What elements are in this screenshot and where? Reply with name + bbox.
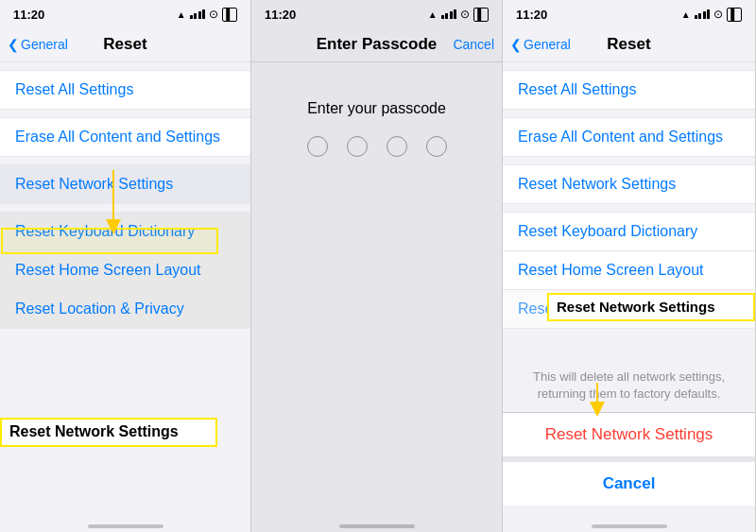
status-icons-3: ▲ ⊙ ▌	[681, 8, 742, 22]
settings-group-3-2: Erase All Content and Settings	[503, 117, 755, 157]
settings-group-3-3: Reset Network Settings	[503, 164, 755, 204]
status-bar-2: 11:20 ▲ ⊙ ▌	[251, 0, 502, 26]
time-2: 11:20	[265, 8, 296, 22]
wifi-icon-3: ⊙	[713, 8, 723, 21]
list-item[interactable]: Reset All Settings	[503, 70, 755, 110]
list-item[interactable]: Reset Home Screen Layout	[503, 251, 755, 290]
nav-title-2: Enter Passcode	[317, 35, 438, 54]
panel-1: 11:20 ▲ ⊙ ▌ ❮ General Reset Reset All Se…	[0, 0, 251, 532]
dot-2	[347, 136, 368, 157]
list-item[interactable]: Reset All Settings	[0, 70, 250, 110]
passcode-dots	[307, 136, 447, 157]
nav-bar-3: ❮ General Reset	[503, 26, 755, 62]
action-sheet-confirm-button[interactable]: Reset Network Settings	[503, 412, 755, 456]
signal-icon-1	[190, 9, 206, 19]
chevron-left-icon-1: ❮	[8, 37, 19, 52]
nav-bar-2: Enter Passcode Cancel	[251, 26, 502, 62]
time-1: 11:20	[13, 8, 44, 22]
back-button-1[interactable]: ❮ General	[8, 37, 68, 52]
battery-icon-2: ▌	[473, 8, 489, 22]
list-item[interactable]: Reset Network Settings	[503, 164, 755, 204]
status-bar-1: 11:20 ▲ ⊙ ▌	[0, 0, 250, 26]
signal-icon-2	[441, 9, 457, 19]
status-icons-2: ▲ ⊙ ▌	[428, 8, 489, 22]
list-item[interactable]: Erase All Content and Settings	[503, 117, 755, 157]
chevron-left-icon-3: ❮	[510, 37, 522, 52]
panel-2: 11:20 ▲ ⊙ ▌ Enter Passcode Cancel Enter …	[251, 0, 503, 532]
action-sheet-message: This will delete all network settings, r…	[503, 355, 755, 412]
home-indicator-1	[88, 524, 163, 528]
home-indicator-2	[339, 524, 415, 528]
list-item[interactable]: Reset Location & Privacy	[0, 290, 250, 329]
bottom-bar-3	[503, 506, 755, 532]
location-icon-2: ▲	[428, 9, 438, 20]
list-item[interactable]: Reset Keyboard Dictionary	[0, 212, 250, 251]
cancel-button-2[interactable]: Cancel	[453, 37, 494, 52]
status-bar-3: 11:20 ▲ ⊙ ▌	[503, 0, 755, 26]
home-indicator-3	[592, 524, 667, 528]
list-item[interactable]: Reset Location & Privacy	[503, 290, 755, 329]
bottom-bar-1	[0, 506, 250, 532]
location-icon-1: ▲	[177, 9, 186, 20]
nav-bar-1: ❮ General Reset	[0, 26, 250, 62]
dot-1	[307, 136, 328, 157]
action-sheet-cancel-button[interactable]: Cancel	[503, 456, 755, 506]
nav-title-1: Reset	[103, 35, 146, 54]
wifi-icon-1: ⊙	[209, 8, 218, 21]
battery-icon-3: ▌	[727, 8, 742, 22]
settings-group-2: Erase All Content and Settings	[0, 117, 250, 157]
nav-title-3: Reset	[607, 35, 650, 54]
list-item[interactable]: Reset Keyboard Dictionary	[503, 212, 755, 251]
settings-group-3: Reset Network Settings	[0, 164, 250, 204]
back-label-3[interactable]: General	[524, 37, 571, 52]
time-3: 11:20	[516, 8, 547, 22]
dot-4	[426, 136, 447, 157]
list-item[interactable]: Reset Home Screen Layout	[0, 251, 250, 290]
back-button-3[interactable]: ❮ General	[510, 37, 571, 52]
settings-group-3-1: Reset All Settings	[503, 70, 755, 110]
bottom-bar-2	[251, 506, 502, 532]
settings-group-3-4: Reset Keyboard Dictionary Reset Home Scr…	[503, 212, 755, 329]
battery-icon-1: ▌	[222, 8, 237, 22]
settings-list-1: Reset All Settings Erase All Content and…	[0, 62, 250, 506]
back-label-1[interactable]: General	[21, 37, 68, 52]
passcode-section: Enter your passcode	[251, 62, 502, 176]
location-icon-3: ▲	[681, 9, 691, 20]
passcode-prompt: Enter your passcode	[307, 100, 446, 117]
status-icons-1: ▲ ⊙ ▌	[177, 8, 237, 22]
settings-group-4: Reset Keyboard Dictionary Reset Home Scr…	[0, 212, 250, 329]
action-sheet: This will delete all network settings, r…	[503, 355, 755, 506]
panel-3: 11:20 ▲ ⊙ ▌ ❮ General Reset Reset All Se…	[503, 0, 756, 532]
wifi-icon-2: ⊙	[460, 8, 470, 21]
settings-group-1: Reset All Settings	[0, 70, 250, 110]
dot-3	[387, 136, 407, 157]
list-item[interactable]: Erase All Content and Settings	[0, 117, 250, 157]
reset-network-item-1[interactable]: Reset Network Settings	[0, 164, 250, 204]
signal-icon-3	[695, 9, 711, 19]
